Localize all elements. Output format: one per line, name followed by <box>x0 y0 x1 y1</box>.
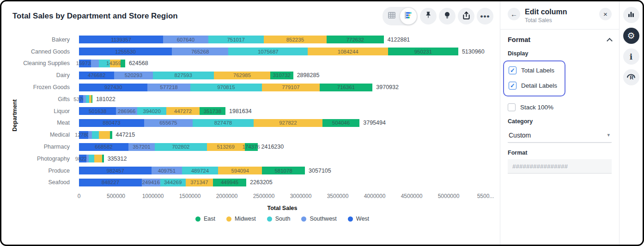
bar-segment-east[interactable]: 772632 <box>327 36 384 43</box>
checkbox-detail-labels[interactable]: ✓ Detail Labels <box>509 82 557 90</box>
bar-segment-east[interactable]: 504046 <box>322 119 360 127</box>
back-button[interactable]: ← <box>508 8 520 20</box>
panel-title: Edit column <box>525 8 595 16</box>
detail-label: 970815 <box>217 84 235 90</box>
bar-segment-midwest[interactable]: 762985 <box>214 72 270 79</box>
stacked-bar: 9824574097514897245940945810783057105 <box>79 167 331 174</box>
bar-segment-west[interactable]: 1255530 <box>79 48 172 55</box>
table-view-button[interactable] <box>383 8 400 24</box>
bar-segment-west[interactable]: 476682 <box>79 72 114 79</box>
bar-segment-east[interactable] <box>91 95 92 103</box>
pin-button[interactable] <box>420 8 437 24</box>
explore-button[interactable] <box>439 8 456 24</box>
bar-segment-southwest[interactable] <box>88 131 91 139</box>
chart-view-button[interactable] <box>400 8 417 24</box>
bar-segment-south[interactable]: 394020 <box>137 107 166 115</box>
legend-item-midwest[interactable]: Midwest <box>226 216 256 222</box>
bar-segment-midwest[interactable]: 1084244 <box>308 48 388 55</box>
detail-label: 344269 <box>164 180 182 185</box>
bar-segment-west[interactable]: 848227 <box>79 179 142 186</box>
bar-segment-southwest[interactable] <box>91 60 99 67</box>
bar-segment-southwest[interactable]: 520293 <box>114 72 152 79</box>
bar-segment-midwest[interactable]: 927822 <box>254 119 322 127</box>
bar-segment-west[interactable]: 127807 <box>79 131 88 139</box>
chart-legend: EastMidwestSouthSouthwestWest <box>79 216 486 222</box>
bar-segment-east[interactable]: 351738 <box>200 107 225 115</box>
bar-segment-southwest[interactable]: 607640 <box>163 36 208 43</box>
bar-segment-west[interactable]: 982457 <box>79 167 152 174</box>
bar-segment-south[interactable]: 344269 <box>160 179 186 186</box>
bar-segment-southwest[interactable]: 357201 <box>128 143 155 151</box>
legend-item-east[interactable]: East <box>195 216 215 222</box>
bar-segment-southwest[interactable]: 577218 <box>147 84 190 91</box>
bar-segment-west[interactable]: 501638 <box>79 107 116 115</box>
format-input[interactable] <box>508 159 612 174</box>
bar-segment-south[interactable]: 827478 <box>193 119 254 127</box>
bar-segment-east[interactable]: 716361 <box>320 84 373 91</box>
chart-toolbar: ••• <box>383 7 493 25</box>
bar-segment-west[interactable]: 668582 <box>79 143 128 151</box>
category-label: Produce <box>11 168 76 174</box>
detail-label: 702802 <box>172 144 189 150</box>
bar-segment-east[interactable] <box>121 60 125 67</box>
bar-segment-east[interactable] <box>110 131 112 139</box>
checkbox-stack-100[interactable]: ✓ Stack 100% <box>508 103 612 111</box>
bar-segment-southwest[interactable]: 655675 <box>144 119 193 127</box>
checkbox-total-labels[interactable]: ✓ Total Labels <box>509 66 557 74</box>
bar-segment-midwest[interactable] <box>94 155 102 162</box>
rail-settings-button[interactable]: ⚙ <box>623 28 639 44</box>
bar-segment-midwest[interactable] <box>99 131 110 139</box>
bar-segment-west[interactable]: 880473 <box>79 119 144 127</box>
x-tick: 5500... <box>477 193 494 199</box>
bar-segment-south[interactable]: 702802 <box>155 143 207 151</box>
bar-segment-east[interactable] <box>102 155 104 162</box>
category-value: Custom <box>508 132 531 139</box>
bar-segment-east[interactable]: 950231 <box>388 48 458 55</box>
legend-item-south[interactable]: South <box>267 216 291 222</box>
legend-item-southwest[interactable]: Southwest <box>301 216 336 222</box>
bar-segment-midwest[interactable]: 852235 <box>264 36 327 43</box>
bar-segment-south[interactable] <box>92 131 99 139</box>
bar-segment-east[interactable]: 581078 <box>262 167 305 174</box>
bar-segment-west[interactable]: 98221 <box>79 155 86 162</box>
bar-segment-east[interactable]: 449945 <box>213 179 246 186</box>
bar-segment-west[interactable]: 53763 <box>79 95 83 103</box>
share-icon <box>462 11 471 22</box>
detail-label: 351738 <box>204 108 221 114</box>
bar-segment-midwest[interactable]: 779107 <box>262 84 320 91</box>
bar-segment-west[interactable]: 927430 <box>79 84 147 91</box>
bar-segment-midwest[interactable]: 513269 <box>207 143 245 151</box>
bar-segment-south[interactable]: 827593 <box>153 72 214 79</box>
bar-segment-south[interactable] <box>86 95 89 103</box>
table-icon <box>387 11 396 22</box>
category-dropdown[interactable]: Custom ▾ <box>508 128 612 143</box>
bar-segment-west[interactable]: 159738 <box>79 60 91 67</box>
rail-r-logo-button[interactable]: R <box>623 69 639 85</box>
bar-segment-south[interactable]: 1075687 <box>228 48 308 55</box>
legend-item-west[interactable]: West <box>348 216 369 222</box>
format-section-header[interactable]: Format <box>508 36 612 43</box>
bar-segment-midwest[interactable]: 143592 <box>110 60 121 67</box>
bar-segment-midwest[interactable]: 447272 <box>166 107 200 115</box>
rail-chart-button[interactable] <box>623 7 639 23</box>
bar-segment-south[interactable]: 489724 <box>182 167 218 174</box>
bar-segment-east[interactable]: 310732 <box>270 72 293 79</box>
bar-segment-south[interactable]: 970815 <box>190 84 262 91</box>
bar-segment-west[interactable]: 1139357 <box>79 36 163 43</box>
bar-segment-south[interactable] <box>89 155 95 162</box>
bar-segment-southwest[interactable]: 409751 <box>152 167 182 174</box>
bar-segment-southwest[interactable]: 249416 <box>142 179 160 186</box>
bar-segment-east[interactable]: 174376 <box>245 143 258 151</box>
share-button[interactable] <box>458 8 474 24</box>
legend-dot <box>195 216 200 222</box>
chart-row: Frozen Goods9274305772189708157791077163… <box>11 81 495 93</box>
bar-segment-south[interactable]: 751017 <box>208 36 264 43</box>
bar-segment-southwest[interactable]: 286966 <box>116 107 137 115</box>
rail-info-button[interactable]: i <box>623 48 639 65</box>
bar-segment-midwest[interactable]: 594094 <box>218 167 262 174</box>
checkbox-label: Detail Labels <box>521 82 557 89</box>
bar-segment-southwest[interactable]: 765268 <box>172 48 228 55</box>
bar-segment-midwest[interactable]: 371347 <box>186 179 213 186</box>
more-button[interactable]: ••• <box>477 8 493 24</box>
close-button[interactable]: × <box>599 8 612 20</box>
